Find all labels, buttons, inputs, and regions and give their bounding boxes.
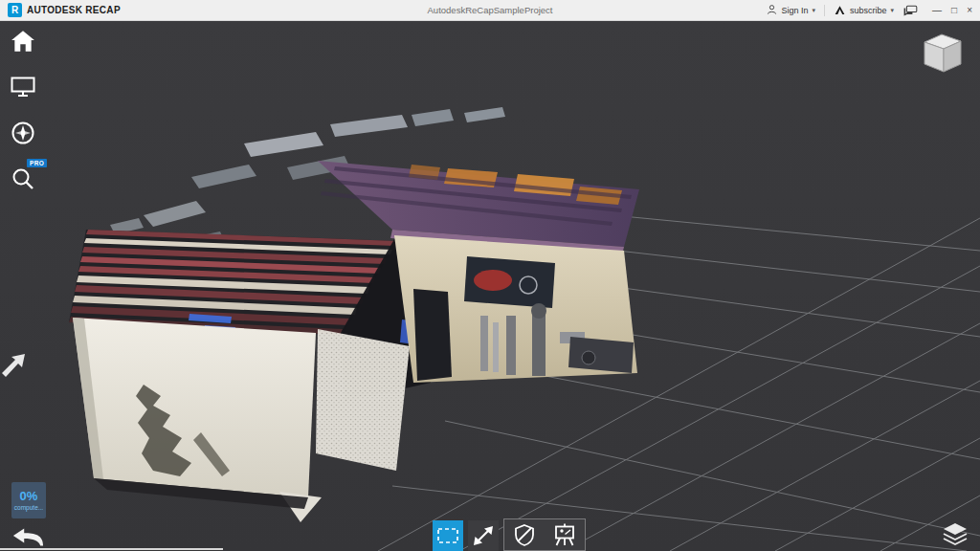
home-icon [11,30,35,53]
layers-button[interactable] [942,521,969,546]
present-button[interactable] [545,519,585,550]
sign-in-caret-icon: ▾ [813,7,816,14]
undo-arrow-icon [11,526,44,547]
person-icon [766,4,778,16]
window-controls: — □ × [932,6,972,15]
search-icon [11,166,35,191]
sidebar-item-display[interactable] [8,73,38,101]
divider [824,5,825,16]
tool-group [503,518,586,551]
minimize-button[interactable]: — [932,6,942,15]
front-wall [394,235,637,383]
sidebar-item-navigate[interactable] [8,119,38,147]
scene-canvas [0,21,980,551]
edge-arrow-icon [0,350,27,381]
viewport-3d[interactable]: PRO 0% compute... [0,21,980,551]
point-cloud-model [69,107,639,522]
pro-badge: PRO [27,159,47,167]
layers-icon [942,521,969,546]
subscribe-button[interactable]: subscribe ▾ [834,5,894,16]
titlebar-actions: Sign In ▾ subscribe ▾ — □ × [766,4,980,16]
autodesk-wordmark: AUTODESK [27,5,82,15]
tool-sidebar: PRO [8,27,46,193]
progress-percent: 0% [20,490,38,503]
back-button[interactable] [11,526,44,547]
selection-toolbar [433,519,586,551]
viewcube-icon [915,29,969,78]
titlebar: R AUTODESKRECAP AutodeskReCapSampleProje… [0,0,980,21]
sign-in-button[interactable]: Sign In ▾ [766,4,816,16]
close-button[interactable]: × [967,6,972,15]
sign-in-label: Sign In [782,6,809,15]
shield-slash-icon [511,522,538,547]
measure-arrow-icon [470,523,497,548]
logo-letter: R [11,5,18,15]
maximize-button[interactable]: □ [951,6,957,15]
brand: R AUTODESKRECAP [0,3,121,17]
recap-window: R AUTODESKRECAP AutodeskReCapSampleProje… [0,0,980,551]
progress-line [0,548,223,550]
left-wall [73,318,316,497]
mesh-curtain [316,329,410,471]
window-selection-button[interactable] [433,520,463,551]
progress-label: compute... [14,504,43,511]
subscribe-label: subscribe [850,6,887,15]
compass-icon [11,121,35,145]
compute-progress-badge: 0% compute... [11,482,46,518]
measure-button[interactable] [468,520,499,551]
easel-icon [551,522,578,547]
sidebar-item-search[interactable]: PRO [8,165,38,193]
viewcube[interactable] [915,29,969,78]
autodesk-a-icon [834,5,846,16]
recap-logo-icon: R [8,3,22,17]
feedback-button[interactable] [902,5,918,16]
annotate-button[interactable] [504,519,545,550]
brand-wordmark: AUTODESKRECAP [27,5,121,15]
monitor-icon [11,77,35,98]
window-selection-icon [434,523,461,548]
recap-wordmark: RECAP [85,5,121,15]
subscribe-caret-icon: ▾ [891,7,895,14]
sidebar-item-home[interactable] [8,27,38,55]
feedback-bubbles-icon [902,5,918,16]
